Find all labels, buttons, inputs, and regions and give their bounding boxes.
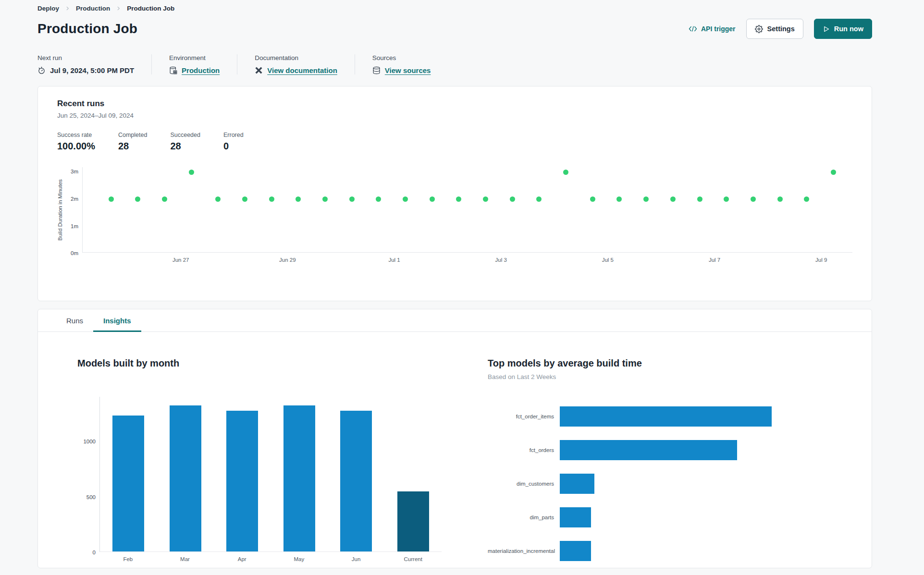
run-dot[interactable] xyxy=(376,196,381,202)
run-dot[interactable] xyxy=(616,196,622,202)
run-now-button[interactable]: Run now xyxy=(814,19,872,39)
next-run-value: Jul 9, 2024, 5:00 PM PDT xyxy=(50,66,134,74)
month-bar-slot xyxy=(214,397,271,552)
stat-label: Success rate xyxy=(57,132,95,138)
month-bar[interactable] xyxy=(170,405,201,552)
month-bar[interactable] xyxy=(226,411,258,552)
model-row: dim_customers xyxy=(488,467,786,501)
top-models-title: Top models by average build time xyxy=(488,358,786,369)
tab-insights[interactable]: Insights xyxy=(93,309,141,331)
run-dot[interactable] xyxy=(670,196,676,202)
model-bar[interactable] xyxy=(560,507,591,527)
breadcrumb-deploy[interactable]: Deploy xyxy=(37,5,59,12)
breadcrumb: Deploy Production Production Job xyxy=(37,5,872,12)
model-label: materialization_incremental xyxy=(488,548,560,554)
run-dot[interactable] xyxy=(563,170,568,175)
run-dot[interactable] xyxy=(430,196,435,202)
scatter-ytick-label: 1m xyxy=(71,223,78,229)
view-sources-link[interactable]: View sources xyxy=(385,66,431,74)
scatter-plot xyxy=(82,167,852,253)
model-bar-track xyxy=(560,534,786,568)
run-dot[interactable] xyxy=(751,196,756,202)
chevron-right-icon xyxy=(116,6,121,11)
scatter-ytick-label: 2m xyxy=(71,196,78,202)
run-dot[interactable] xyxy=(643,196,649,202)
model-bar[interactable] xyxy=(560,474,594,494)
view-documentation-link[interactable]: View documentation xyxy=(267,66,337,74)
month-bar-slot xyxy=(157,397,214,552)
scatter-xtick-label: Jun 27 xyxy=(172,257,189,263)
run-dot[interactable] xyxy=(349,196,355,202)
mbar-ytick-label: 1000 xyxy=(83,439,96,444)
recent-runs-stats: Success rate 100.00% Completed 28 Succee… xyxy=(57,132,852,152)
model-bar[interactable] xyxy=(560,406,772,427)
play-icon xyxy=(823,25,830,33)
hbar-rows: fct_order_itemsfct_ordersdim_customersdi… xyxy=(488,400,786,568)
scatter-xtick-label: Jul 1 xyxy=(388,257,400,263)
month-bar[interactable] xyxy=(112,416,144,552)
scatter-ytick-label: 3m xyxy=(71,169,78,174)
api-trigger-link[interactable]: API trigger xyxy=(689,25,736,33)
run-dot[interactable] xyxy=(269,196,274,202)
scatter-xtick-label: Jun 29 xyxy=(279,257,296,263)
run-dot[interactable] xyxy=(135,196,140,202)
mbar-ytick-label: 0 xyxy=(93,550,96,555)
settings-label: Settings xyxy=(767,25,795,33)
meta-next-run: Next run Jul 9, 2024, 5:00 PM PDT xyxy=(37,54,152,74)
run-dot[interactable] xyxy=(296,196,301,202)
production-job-page: Deploy Production Production Job Product… xyxy=(0,0,924,575)
run-dot[interactable] xyxy=(162,196,167,202)
breadcrumb-production[interactable]: Production xyxy=(76,5,110,12)
docs-icon xyxy=(255,66,263,74)
model-label: dim_parts xyxy=(488,514,560,520)
build-duration-chart: Build Duration in Minutes 0m1m2m3m xyxy=(57,167,852,253)
tab-bar: Runs Insights xyxy=(38,309,872,332)
breadcrumb-production-job: Production Job xyxy=(127,5,174,12)
model-row: materialization_incremental xyxy=(488,534,786,568)
run-dot[interactable] xyxy=(242,196,247,202)
run-dot[interactable] xyxy=(590,196,595,202)
run-dot[interactable] xyxy=(483,196,488,202)
month-bar[interactable] xyxy=(340,411,372,552)
month-bar-slot xyxy=(328,397,385,552)
chevron-right-icon xyxy=(65,6,70,11)
month-label: Feb xyxy=(99,556,157,562)
model-bar[interactable] xyxy=(560,440,737,460)
scatter-xtick-label: Jul 5 xyxy=(602,257,614,263)
model-row: dim_parts xyxy=(488,501,786,534)
gear-icon xyxy=(755,25,763,33)
model-label: dim_customers xyxy=(488,481,560,487)
run-dot[interactable] xyxy=(109,196,114,202)
run-dot[interactable] xyxy=(403,196,408,202)
run-dot[interactable] xyxy=(510,196,515,202)
run-now-label: Run now xyxy=(834,25,863,33)
next-run-label: Next run xyxy=(37,54,134,61)
run-dot[interactable] xyxy=(777,196,783,202)
run-dot[interactable] xyxy=(536,196,542,202)
environment-icon xyxy=(169,66,177,74)
run-dot[interactable] xyxy=(456,196,461,202)
environment-link[interactable]: Production xyxy=(182,66,220,74)
run-dot[interactable] xyxy=(322,196,328,202)
sources-icon xyxy=(372,66,381,74)
month-bar[interactable] xyxy=(283,405,315,552)
settings-button[interactable]: Settings xyxy=(746,19,803,39)
month-bar[interactable] xyxy=(397,491,429,552)
tab-runs[interactable]: Runs xyxy=(56,309,93,331)
environment-label: Environment xyxy=(169,54,220,61)
run-dot[interactable] xyxy=(831,170,836,175)
model-bar[interactable] xyxy=(560,541,591,561)
models-by-month-chart: Models built by month 05001000 FebMarApr… xyxy=(77,358,442,568)
models-by-month-title: Models built by month xyxy=(77,358,442,369)
run-dot[interactable] xyxy=(189,170,194,175)
month-bar-slot xyxy=(100,397,157,552)
top-models-chart: Top models by average build time Based o… xyxy=(488,358,786,568)
run-dot[interactable] xyxy=(804,196,809,202)
month-label: Current xyxy=(384,556,442,562)
page-title: Production Job xyxy=(37,21,137,37)
model-label: fct_order_items xyxy=(488,414,560,419)
stat-completed: Completed 28 xyxy=(118,132,147,152)
run-dot[interactable] xyxy=(697,196,702,202)
run-dot[interactable] xyxy=(724,196,729,202)
run-dot[interactable] xyxy=(215,196,221,202)
